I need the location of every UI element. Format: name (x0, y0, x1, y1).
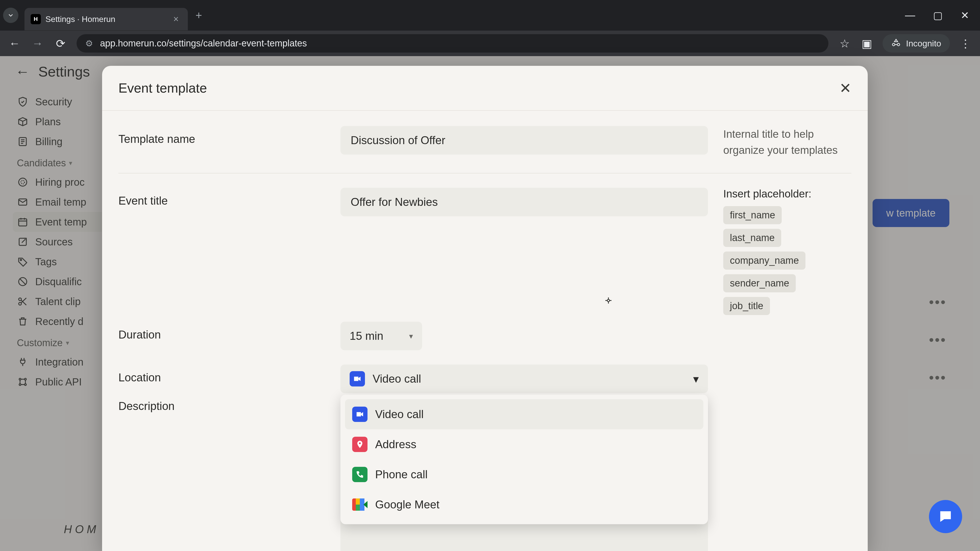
phone-icon (352, 467, 368, 482)
duration-label: Duration (118, 322, 325, 341)
option-label: Video call (375, 408, 424, 421)
video-icon (352, 407, 368, 422)
description-row: Description (118, 523, 851, 551)
maximize-button[interactable]: ▢ (933, 10, 943, 21)
event-template-modal: Event template ✕ Template name Internal … (102, 66, 868, 551)
placeholder-panel: Insert placeholder: first_name last_name… (723, 188, 851, 315)
browser-menu-button[interactable]: ⋮ (959, 37, 972, 50)
modal-title: Event template (118, 80, 207, 96)
window-controls: — ▢ ✕ (905, 10, 977, 21)
option-label: Google Meet (375, 498, 439, 511)
url-text: app.homerun.co/settings/calendar-event-t… (100, 38, 307, 49)
google-meet-icon (352, 497, 368, 512)
incognito-label: Incognito (906, 38, 941, 48)
back-button[interactable]: ← (8, 37, 21, 50)
duration-select[interactable]: 15 min ▾ (340, 322, 422, 350)
event-title-input[interactable] (340, 188, 708, 216)
description-label: Description (118, 393, 325, 413)
page-root: ← Settings Security Plans Billing Candid… (0, 56, 980, 551)
event-title-row: Event title Insert placeholder: first_na… (118, 188, 851, 315)
browser-tab[interactable]: H Settings · Homerun × (24, 8, 188, 30)
tab-title: Settings · Homerun (45, 14, 169, 24)
tab-search-button[interactable] (3, 8, 18, 23)
location-option-video-call[interactable]: Video call (345, 399, 703, 429)
option-label: Address (375, 438, 416, 451)
duration-row: Duration 15 min ▾ (118, 322, 851, 350)
new-tab-button[interactable]: + (196, 9, 202, 22)
incognito-icon (891, 38, 901, 48)
location-row: Location Video call ▾ Video call (118, 365, 851, 393)
location-option-google-meet[interactable]: Google Meet (345, 489, 703, 519)
template-name-row: Template name Internal title to help org… (118, 126, 851, 173)
bookmark-button[interactable]: ☆ (838, 37, 851, 50)
svg-point-14 (359, 442, 361, 444)
browser-tab-strip: H Settings · Homerun × + — ▢ ✕ (0, 0, 980, 30)
location-select[interactable]: Video call ▾ Video call Address (340, 365, 708, 393)
option-label: Phone call (375, 468, 428, 481)
panel-button[interactable]: ▣ (860, 37, 874, 50)
tab-favicon-icon: H (30, 14, 41, 24)
pin-icon (352, 437, 368, 452)
browser-toolbar: ← → ⟳ ⚙ app.homerun.co/settings/calendar… (0, 30, 980, 56)
location-label: Location (118, 365, 325, 384)
reload-button[interactable]: ⟳ (54, 37, 67, 50)
close-window-button[interactable]: ✕ (961, 10, 969, 21)
template-name-hint: Internal title to help organize your tem… (723, 126, 851, 158)
chevron-down-icon: ▾ (693, 372, 699, 386)
template-name-label: Template name (118, 126, 325, 145)
location-option-phone-call[interactable]: Phone call (345, 459, 703, 489)
incognito-indicator[interactable]: Incognito (883, 34, 950, 52)
chevron-down-icon (7, 12, 14, 19)
tab-close-button[interactable]: × (173, 14, 179, 24)
location-value: Video call (372, 372, 421, 385)
location-option-address[interactable]: Address (345, 429, 703, 459)
modal-header: Event template ✕ (102, 66, 868, 111)
location-dropdown: Video call Address Phone call (340, 395, 708, 524)
video-icon (350, 371, 365, 386)
placeholder-chip-last-name[interactable]: last_name (723, 229, 781, 247)
chat-support-button[interactable] (929, 500, 962, 533)
event-title-label: Event title (118, 188, 325, 207)
site-settings-icon[interactable]: ⚙ (85, 38, 93, 48)
placeholder-chip-first-name[interactable]: first_name (723, 206, 782, 224)
placeholder-chip-job-title[interactable]: job_title (723, 297, 770, 315)
modal-close-button[interactable]: ✕ (839, 80, 851, 97)
chat-icon (938, 509, 953, 524)
address-bar[interactable]: ⚙ app.homerun.co/settings/calendar-event… (76, 34, 829, 52)
forward-button[interactable]: → (30, 37, 45, 50)
template-name-input[interactable] (340, 126, 708, 155)
chevron-down-icon: ▾ (409, 332, 413, 341)
duration-value: 15 min (350, 330, 383, 342)
placeholder-heading: Insert placeholder: (723, 188, 851, 200)
placeholder-chip-sender-name[interactable]: sender_name (723, 274, 796, 292)
minimize-button[interactable]: — (905, 10, 915, 21)
placeholder-chip-company-name[interactable]: company_name (723, 251, 805, 270)
